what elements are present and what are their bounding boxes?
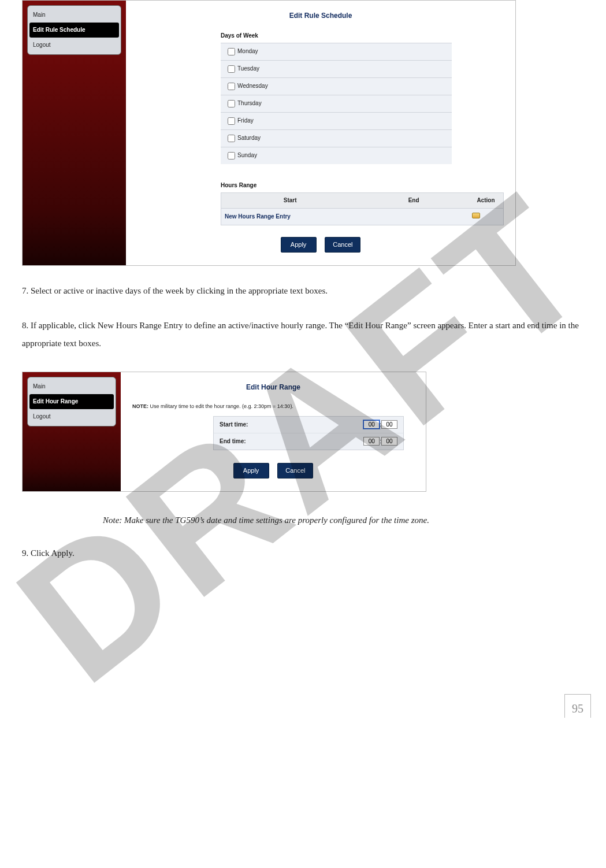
day-checkbox-friday[interactable] xyxy=(228,117,235,125)
end-time-label: End time: xyxy=(220,436,363,447)
days-table: Monday Tuesday Wednesday Thursday Friday… xyxy=(221,43,452,164)
apply-button[interactable]: Apply xyxy=(281,237,317,253)
day-row: Wednesday xyxy=(221,77,452,95)
days-label: Days of Week xyxy=(221,31,504,41)
cancel-button[interactable]: Cancel xyxy=(325,237,360,253)
day-checkbox-sunday[interactable] xyxy=(228,152,235,159)
note-text: Use military time to edit the hour range… xyxy=(148,403,293,409)
button-row: Apply Cancel xyxy=(132,463,414,479)
hours-header: Start End Action xyxy=(221,192,504,208)
end-time-row: End time: : xyxy=(214,433,403,450)
hours-row-new-entry[interactable]: New Hours Range Entry xyxy=(221,208,504,225)
sidebar-item-edit-hour-range[interactable]: Edit Hour Range xyxy=(29,394,114,409)
edit-icon[interactable] xyxy=(472,213,480,218)
screenshot-edit-hour-range: Main Edit Hour Range Logout Edit Hour Ra… xyxy=(22,372,426,492)
day-row: Thursday xyxy=(221,95,452,112)
col-action: Action xyxy=(469,193,503,208)
sidebar-item-edit-rule-schedule[interactable]: Edit Rule Schedule xyxy=(29,23,119,38)
day-checkbox-saturday[interactable] xyxy=(228,135,235,142)
step-8: 8. If applicable, click New Hours Range … xyxy=(22,317,590,353)
new-hours-range-link[interactable]: New Hours Range Entry xyxy=(221,209,359,225)
page-title: Edit Rule Schedule xyxy=(137,10,504,23)
end-hour-input[interactable] xyxy=(363,437,380,446)
day-label: Friday xyxy=(237,117,254,124)
button-row: Apply Cancel xyxy=(137,237,504,253)
day-checkbox-thursday[interactable] xyxy=(228,100,235,107)
day-label: Monday xyxy=(237,48,258,54)
day-label: Saturday xyxy=(237,135,261,141)
side-menu: Main Edit Hour Range Logout xyxy=(27,377,116,426)
side-menu: Main Edit Rule Schedule Logout xyxy=(27,5,121,55)
day-checkbox-tuesday[interactable] xyxy=(228,65,235,73)
day-row: Saturday xyxy=(221,129,452,147)
hours-end-cell xyxy=(359,209,469,225)
sidebar-item-logout[interactable]: Logout xyxy=(29,409,114,424)
hour-range-form: Start time: : End time: : xyxy=(213,416,404,450)
col-start: Start xyxy=(221,193,359,208)
sidebar-item-logout[interactable]: Logout xyxy=(29,38,119,53)
day-label: Thursday xyxy=(237,100,262,106)
sidebar: Main Edit Rule Schedule Logout xyxy=(23,1,126,265)
day-row: Tuesday xyxy=(221,60,452,77)
military-time-note: NOTE: Use military time to edit the hour… xyxy=(132,402,414,411)
step-9: 9. Click Apply. xyxy=(22,544,590,563)
day-row: Sunday xyxy=(221,147,452,164)
start-hour-input[interactable] xyxy=(363,420,380,429)
main-pane: Edit Rule Schedule Days of Week Monday T… xyxy=(126,1,515,265)
day-label: Tuesday xyxy=(237,65,259,72)
cancel-button[interactable]: Cancel xyxy=(277,463,313,479)
day-label: Sunday xyxy=(237,152,257,158)
hours-table: Start End Action New Hours Range Entry xyxy=(221,192,504,225)
day-label: Wednesday xyxy=(237,83,268,89)
page-title: Edit Hour Range xyxy=(132,381,414,394)
start-min-input[interactable] xyxy=(381,420,397,429)
col-end: End xyxy=(359,193,469,208)
day-checkbox-monday[interactable] xyxy=(228,48,235,55)
day-row: Monday xyxy=(221,43,452,60)
start-time-row: Start time: : xyxy=(214,417,403,433)
sidebar-item-main[interactable]: Main xyxy=(29,379,114,394)
sidebar-item-main[interactable]: Main xyxy=(29,8,119,23)
note-bold: NOTE: xyxy=(132,403,148,409)
screenshot-edit-rule-schedule: Main Edit Rule Schedule Logout Edit Rule… xyxy=(22,0,516,266)
day-checkbox-wednesday[interactable] xyxy=(228,83,235,90)
hours-label: Hours Range xyxy=(221,180,504,191)
end-min-input[interactable] xyxy=(381,437,397,446)
day-row: Friday xyxy=(221,112,452,129)
start-time-label: Start time: xyxy=(220,420,363,430)
step-7: 7. Select or active or inactive days of … xyxy=(22,282,590,301)
page-number: 95 xyxy=(564,694,591,718)
apply-button[interactable]: Apply xyxy=(233,463,269,479)
main-pane: Edit Hour Range NOTE: Use military time … xyxy=(121,372,426,492)
sidebar: Main Edit Hour Range Logout xyxy=(23,372,121,492)
timezone-note: Note: Make sure the TG590’s date and tim… xyxy=(103,513,590,528)
